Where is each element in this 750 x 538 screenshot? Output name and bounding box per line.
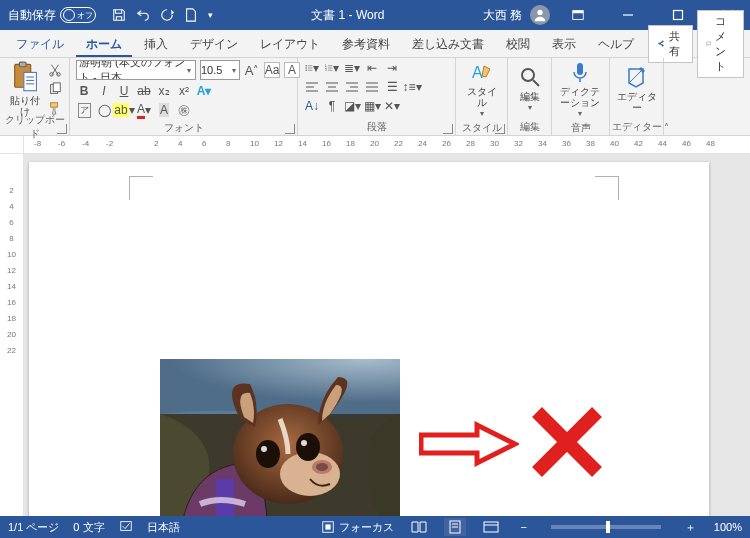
justify-icon[interactable] [364,79,380,95]
zoom-in-button[interactable]: ＋ [681,520,700,535]
ruler-tick: 36 [562,139,571,148]
align-right-icon[interactable] [344,79,360,95]
share-button[interactable]: 共有 [648,25,693,63]
italic-button[interactable]: I [96,83,112,99]
status-word-count[interactable]: 0 文字 [73,520,104,535]
focus-mode-button[interactable]: フォーカス [321,520,394,535]
line-spacing-icon[interactable]: ↕≡▾ [404,79,420,95]
enclose-chars-icon[interactable]: ◯ [96,102,112,118]
borders-icon[interactable]: ▦▾ [364,98,380,114]
increase-indent-icon[interactable]: ⇥ [384,60,400,76]
group-font: 游明朝 (本文のフォント - 日本▾ 10.5▾ A˄ Aa A B I U a… [70,58,298,135]
print-layout-icon[interactable] [444,518,466,536]
copy-icon[interactable] [47,81,63,97]
styles-launcher-icon[interactable] [495,124,505,134]
ribbon-display-icon[interactable] [556,0,600,30]
zoom-slider[interactable] [551,525,661,529]
collapse-ribbon[interactable]: ˄ [664,58,673,135]
editing-button[interactable]: 編集 ▾ [514,65,545,113]
zoom-thumb[interactable] [606,521,610,533]
document-icon[interactable] [184,8,198,22]
grow-font-icon[interactable]: A˄ [244,62,260,78]
font-family-value: 游明朝 (本文のフォント - 日本 [79,60,186,80]
font-launcher-icon[interactable] [285,124,295,134]
asian-layout-icon[interactable]: ✕▾ [384,98,400,114]
status-spellcheck-icon[interactable] [119,519,133,535]
font-size-select[interactable]: 10.5▾ [200,60,240,80]
bullets-icon[interactable]: ▾ [304,60,320,76]
tab-help[interactable]: ヘルプ [588,30,644,57]
svg-point-22 [305,70,306,71]
group-editing: 編集 ▾ 編集 [508,58,552,135]
minimize-button[interactable] [606,0,650,30]
text-highlight-button[interactable]: ab▾ [116,102,132,118]
superscript-button[interactable]: x² [176,83,192,99]
editor-icon [625,65,649,89]
document-scroll[interactable] [24,154,750,516]
align-center-icon[interactable] [324,79,340,95]
tab-mailings[interactable]: 差し込み文書 [402,30,494,57]
zoom-level[interactable]: 100% [714,521,742,533]
clipboard-launcher-icon[interactable] [57,124,67,134]
align-left-icon[interactable] [304,79,320,95]
group-label-paragraph: 段落 [367,120,387,134]
status-page[interactable]: 1/1 ページ [8,520,59,535]
dictate-button[interactable]: ディクテーション ▾ [558,60,602,119]
change-case-button[interactable]: Aa [264,62,280,78]
ribbon-tabs: ファイル ホーム 挿入 デザイン レイアウト 参考資料 差し込み文書 校閲 表示… [0,30,750,58]
svg-rect-4 [674,11,683,20]
paste-button[interactable]: 貼り付け [6,61,43,117]
subscript-button[interactable]: x₂ [156,83,172,99]
undo-icon[interactable] [136,8,150,22]
char-shading-icon[interactable]: A [156,102,172,118]
read-mode-icon[interactable] [408,518,430,536]
editor-button[interactable]: エディター [616,65,657,113]
autosave-toggle[interactable]: 自動保存 オフ [8,7,96,24]
title-bar-left: 自動保存 オフ ▾ [8,7,213,24]
work-area: 246810121416182022 [0,154,750,516]
tab-layout[interactable]: レイアウト [250,30,330,57]
font-color-button[interactable]: A▾ [136,102,152,118]
cut-icon[interactable] [47,62,63,78]
styles-button[interactable]: A スタイル ▾ [462,60,501,119]
tab-file[interactable]: ファイル [6,30,74,57]
save-icon[interactable] [112,8,126,22]
zoom-out-button[interactable]: − [516,521,530,533]
web-layout-icon[interactable] [480,518,502,536]
shading-icon[interactable]: ◪▾ [344,98,360,114]
show-marks-icon[interactable]: ¶ [324,98,340,114]
tab-review[interactable]: 校閲 [496,30,540,57]
tab-insert[interactable]: 挿入 [134,30,178,57]
chevron-down-icon: ▾ [480,110,484,119]
bold-button[interactable]: B [76,83,92,99]
microphone-icon [568,60,592,84]
tab-design[interactable]: デザイン [180,30,248,57]
numbering-icon[interactable]: 123▾ [324,60,340,76]
horizontal-ruler[interactable]: -8-6-4-224681012141618202224262830323436… [24,136,750,153]
comment-button[interactable]: コメント [697,10,744,78]
tab-home[interactable]: ホーム [76,30,132,57]
sort-icon[interactable]: A↓ [304,98,320,114]
embedded-image-dog[interactable] [160,359,400,516]
toggle-track: オフ [60,7,96,23]
strikethrough-button[interactable]: ab [136,83,152,99]
ruby-button[interactable]: ア [76,102,92,118]
font-family-select[interactable]: 游明朝 (本文のフォント - 日本▾ [76,60,196,80]
svg-rect-16 [53,82,60,91]
paragraph-launcher-icon[interactable] [443,124,453,134]
tab-view[interactable]: 表示 [542,30,586,57]
ruler-tick: 48 [706,139,715,148]
comment-label: コメント [715,14,735,74]
decrease-indent-icon[interactable]: ⇤ [364,60,380,76]
user-avatar[interactable] [530,5,550,25]
distributed-icon[interactable]: ☰ [384,79,400,95]
tab-references[interactable]: 参考資料 [332,30,400,57]
underline-button[interactable]: U [116,83,132,99]
vertical-ruler[interactable]: 246810121416182022 [0,154,24,516]
enclose-text-icon[interactable]: ㊑ [176,102,192,118]
text-effects-icon[interactable]: A▾ [196,83,212,99]
multilevel-list-icon[interactable]: ≣▾ [344,60,360,76]
group-styles: A スタイル ▾ スタイル [456,58,508,135]
status-language[interactable]: 日本語 [147,520,180,535]
redo-icon[interactable] [160,8,174,22]
